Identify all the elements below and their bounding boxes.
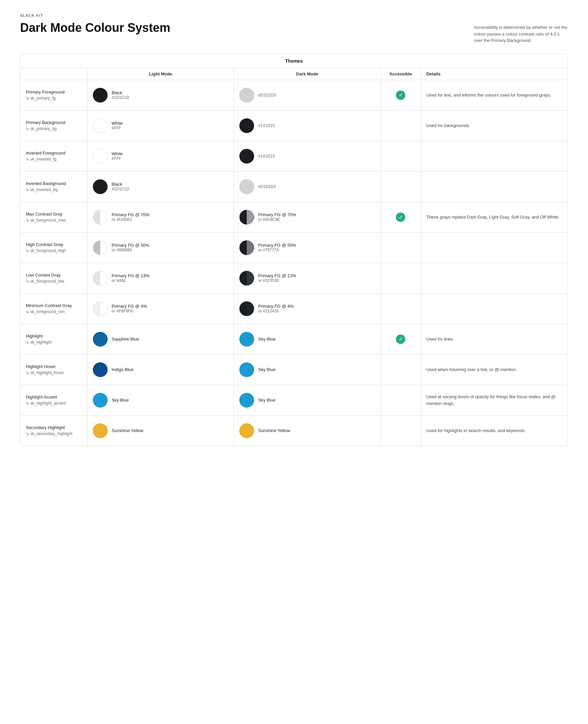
- token-slug: ↳ sk_foreground_low: [26, 279, 64, 283]
- token-name: Highlight Accent: [26, 395, 57, 400]
- light-color-circle: [93, 301, 108, 316]
- light-color-info: Sky Blue: [112, 398, 129, 403]
- table-row: Inverted Foreground ↳ sk_inverted_fg Whi…: [20, 141, 568, 172]
- accessible-cell: [381, 263, 421, 293]
- color-table: Themes Light Mode Dark Mode Accessible D…: [20, 54, 568, 446]
- light-color-circle: [93, 332, 108, 346]
- light-color-name: Sky Blue: [112, 398, 129, 403]
- dark-mode-cell: #1A1D21: [234, 141, 380, 171]
- accessible-cell: ✓: [381, 202, 421, 232]
- dark-color-info: Sunshine Yellow: [258, 428, 290, 433]
- light-mode-cell: Sapphire Blue: [87, 324, 234, 354]
- details-cell: [421, 172, 568, 202]
- light-color-name: Primary FG @ 4%: [112, 304, 147, 309]
- details-cell: Used for links.: [421, 324, 568, 354]
- accessible-cell: [381, 172, 421, 202]
- token-name: Max Contrast Gray: [26, 212, 62, 216]
- accessible-cell: [381, 294, 421, 324]
- dark-color-hex: or #9A9C9E: [258, 217, 296, 222]
- token-name: Low Contast Gray: [26, 273, 61, 278]
- token-name: Inverted Foreground: [26, 150, 65, 155]
- token-slug: ↳ sk_inverted_bg: [26, 187, 58, 192]
- dark-color-info: Sky Blue: [258, 367, 275, 372]
- token-name-cell: Secondary Highlight ↳ sk_secondary_highl…: [20, 416, 87, 446]
- light-color-name: White: [112, 151, 123, 156]
- light-color-name: Sapphire Blue: [112, 337, 139, 342]
- accessible-cell: [381, 355, 421, 385]
- light-mode-cell: Sky Blue: [87, 385, 234, 415]
- details-cell: [421, 294, 568, 324]
- light-color-hex: #1D1C1D: [112, 95, 129, 100]
- table-body: Primary Foreground ↳ sk_primary_fg Black…: [20, 80, 568, 446]
- details-cell: [421, 263, 568, 293]
- table-row: Minimum Contrast Gray ↳ sk_foreground_mi…: [20, 294, 568, 324]
- table-row: Inverted Background ↳ sk_inverted_bg Bla…: [20, 172, 568, 202]
- accessible-cell: [381, 416, 421, 446]
- dark-color-hex: #1A1D21: [258, 154, 275, 158]
- light-mode-cell: Primary FG @ 4% or #F8F8F8: [87, 294, 234, 324]
- table-row: High Contrast Gray ↳ sk_foreground_high …: [20, 233, 568, 263]
- light-color-info: Primary FG @ 70% or #616061: [112, 212, 149, 222]
- light-color-info: Primary FG @ 4% or #F8F8F8: [112, 304, 147, 313]
- table-row: Low Contast Gray ↳ sk_foreground_low Pri…: [20, 263, 568, 294]
- dark-mode-cell: #D1D2D3: [234, 80, 380, 110]
- dark-mode-cell: Sky Blue: [234, 385, 380, 415]
- token-slug: ↳ sk_foreground_high: [26, 248, 66, 253]
- light-mode-cell: Indigo Blue: [87, 355, 234, 385]
- dark-mode-cell: Primary FG @ 50% or #75777A: [234, 233, 380, 263]
- token-name-cell: Highlight Hover ↳ sk_highlight_hover: [20, 355, 87, 385]
- table-row: Primary Background ↳ sk_primary_bg White…: [20, 111, 568, 141]
- page-title: Dark Mode Colour System: [20, 21, 170, 35]
- light-color-hex: #FFF: [112, 156, 123, 161]
- table-row: Highlight ↳ sk_highlight Sapphire Blue S…: [20, 324, 568, 355]
- dark-color-circle: [239, 393, 254, 408]
- token-slug: ↳ sk_foreground_min: [26, 310, 65, 314]
- light-color-hex: #1D1C1D: [112, 187, 129, 191]
- dark-color-circle: [239, 210, 254, 225]
- dark-color-info: #D1D2D3: [258, 93, 276, 98]
- light-color-name: Primary FG @ 70%: [112, 212, 149, 217]
- dark-color-circle: [239, 240, 254, 255]
- brand-label: SLACK KIT: [20, 14, 568, 17]
- accessible-cell: ✓: [381, 324, 421, 354]
- token-slug: ↳ sk_secondary_highlight: [26, 431, 72, 436]
- details-cell: Used for backgrounds.: [421, 111, 568, 141]
- light-mode-cell: White #FFF: [87, 141, 234, 171]
- light-color-name: Primary FG @ 50%: [112, 243, 149, 248]
- dark-mode-cell: Primary FG @ 4% or #212428: [234, 294, 380, 324]
- light-color-info: Sunshine Yellow: [112, 428, 144, 433]
- col-header-details: Details: [421, 68, 568, 80]
- light-color-hex: #FFF: [112, 126, 123, 130]
- token-slug: ↳ sk_foreground_max: [26, 218, 66, 222]
- light-color-info: Primary FG @ 50% or #868686: [112, 243, 149, 252]
- column-headers: Light Mode Dark Mode Accessible Details: [20, 68, 568, 80]
- dark-color-hex: #D1D2D3: [258, 184, 276, 189]
- token-name: Highlight Hover: [26, 364, 56, 369]
- accessible-cell: [381, 111, 421, 141]
- token-name: High Contrast Gray: [26, 242, 63, 247]
- token-name: Primary Foreground: [26, 89, 65, 94]
- light-color-hex: or #616061: [112, 217, 149, 222]
- accessible-check: ✓: [396, 213, 405, 222]
- token-name-cell: Max Contrast Gray ↳ sk_foreground_max: [20, 202, 87, 232]
- light-color-hex: or #F8F8F8: [112, 309, 147, 313]
- light-mode-cell: Sunshine Yellow: [87, 416, 234, 446]
- dark-color-info: Sky Blue: [258, 398, 275, 403]
- dark-mode-cell: Primary FG @ 13% or #323538: [234, 263, 380, 293]
- table-row: Primary Foreground ↳ sk_primary_fg Black…: [20, 80, 568, 111]
- light-color-info: Sapphire Blue: [112, 337, 139, 342]
- dark-color-circle: [239, 179, 254, 194]
- light-mode-cell: White #FFF: [87, 111, 234, 141]
- light-mode-cell: Primary FG @ 50% or #868686: [87, 233, 234, 263]
- dark-color-name: Primary FG @ 70%: [258, 212, 296, 217]
- details-cell: Used when hovering over a link, or @-men…: [421, 355, 568, 385]
- token-slug: ↳ sk_highlight_accent: [26, 401, 66, 406]
- details-cell: These grays replace Dark Gray, Light Gra…: [421, 202, 568, 232]
- light-color-circle: [93, 88, 108, 103]
- dark-color-circle: [239, 118, 254, 133]
- dark-mode-cell: Primary FG @ 70% or #9A9C9E: [234, 202, 380, 232]
- token-slug: ↳ sk_highlight_hover: [26, 370, 64, 375]
- table-row: Secondary Highlight ↳ sk_secondary_highl…: [20, 416, 568, 446]
- accessible-cell: [381, 141, 421, 171]
- accessible-cell: [381, 385, 421, 415]
